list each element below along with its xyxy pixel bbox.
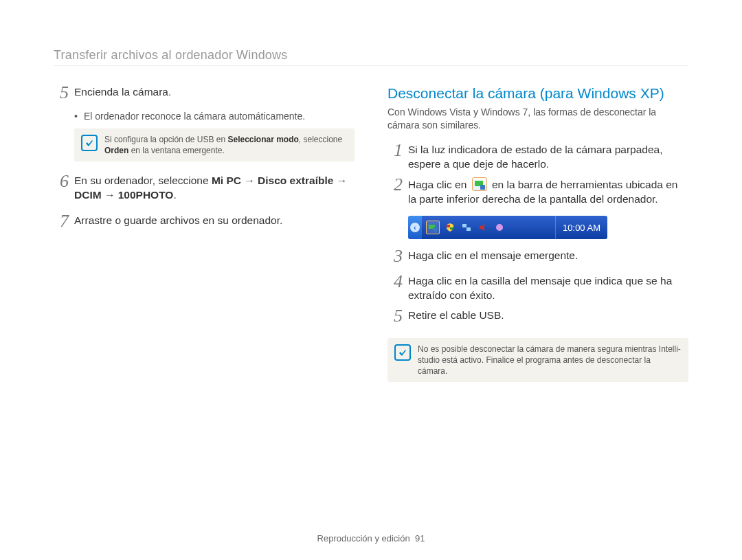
step-text: Haga clic en en la barra de herramientas… [408, 177, 688, 207]
footer-page-number: 91 [415, 533, 425, 544]
note-box-intellistudio: No es posible desconectar la cámara de m… [387, 338, 688, 383]
left-column: 5 Encienda la cámara. El ordenador recon… [54, 85, 355, 394]
generic-tray-icon[interactable] [493, 221, 506, 234]
note-text: No es posible desconectar la cámara de m… [418, 344, 682, 377]
svg-point-6 [496, 224, 503, 231]
step-number: 5 [387, 306, 403, 326]
step-text: Encienda la cámara. [74, 85, 171, 105]
step-number: 6 [54, 172, 69, 201]
svg-rect-5 [466, 227, 471, 231]
step-6: 6 En su ordenador, seleccione Mi PC → Di… [54, 174, 355, 203]
note-text-mid: , seleccione [299, 135, 342, 144]
svg-rect-2 [447, 225, 450, 227]
footer-section: Reproducción y edición [317, 533, 410, 544]
step-number: 7 [54, 212, 69, 232]
systray-expand-button[interactable]: ‹ [408, 216, 422, 239]
step-number: 1 [387, 141, 403, 170]
step-7: 7 Arrastre o guarde archivos en su orden… [54, 214, 355, 234]
step-number: 2 [387, 175, 403, 205]
section-title: Desconectar la cámara (para Windows XP) [387, 85, 688, 102]
right-step-5: 5 Retire el cable USB. [387, 309, 688, 328]
svg-rect-1 [433, 227, 437, 232]
volume-icon[interactable] [477, 221, 489, 234]
right-step-1: 1 Si la luz indicadora de estado de la c… [387, 143, 688, 172]
note-text-pre: Si configura la opción de USB en [104, 135, 227, 144]
note-text: Si configura la opción de USB en Selecci… [104, 134, 348, 156]
note-text-bold1: Seleccionar modo [227, 135, 298, 144]
page-header: Transferir archivos al ordenador Windows [54, 48, 688, 66]
step-6-pre: En su ordenador, seleccione [74, 175, 212, 186]
systray-clock: 10:00 AM [555, 216, 607, 239]
section-subtitle: Con Windows Vista y Windows 7, las forma… [387, 106, 688, 132]
note-text-post: en la ventana emergente. [128, 146, 224, 155]
windows-xp-systray: ‹ [408, 216, 607, 239]
right-column: Desconectar la cámara (para Windows XP) … [387, 85, 688, 394]
svg-rect-3 [450, 227, 453, 229]
step-text: Haga clic en la casilla del mensaje que … [408, 274, 688, 303]
page: Transferir archivos al ordenador Windows… [0, 0, 742, 560]
shield-icon[interactable] [444, 221, 456, 234]
content-columns: 5 Encienda la cámara. El ordenador recon… [54, 85, 688, 394]
step-6-post: . [173, 189, 176, 201]
note-text-bold2: Orden [104, 146, 128, 155]
page-footer: Reproducción y edición 91 [0, 533, 742, 544]
step-5: 5 Encienda la cámara. [54, 85, 355, 105]
step-text: En su ordenador, seleccione Mi PC → Disc… [74, 174, 355, 203]
step-text: Retire el cable USB. [408, 309, 504, 328]
systray-icons [422, 216, 555, 239]
note-icon [81, 135, 98, 151]
step-number: 4 [387, 272, 403, 301]
right-step-3: 3 Haga clic en el mensaje emergente. [387, 249, 688, 269]
right-step-2: 2 Haga clic en en la barra de herramient… [387, 177, 688, 207]
note-icon [394, 344, 411, 361]
step-number: 3 [387, 247, 403, 267]
right-step-4: 4 Haga clic en la casilla del mensaje qu… [387, 274, 688, 303]
safely-remove-hardware-tray-icon[interactable] [426, 221, 440, 234]
svg-rect-4 [462, 224, 466, 227]
step-5-bullet: El ordenador reconoce la cámara automáti… [74, 111, 355, 122]
step-number: 5 [54, 83, 69, 103]
chevron-left-icon: ‹ [410, 223, 420, 232]
note-box-usb: Si configura la opción de USB en Selecci… [74, 128, 355, 161]
spacer [54, 208, 355, 214]
step-text: Arrastre o guarde archivos en su ordenad… [74, 214, 282, 234]
right-step-2-pre: Haga clic en [408, 179, 470, 190]
safely-remove-hardware-icon[interactable] [472, 177, 487, 191]
step-text: Si la luz indicadora de estado de la cám… [408, 143, 688, 172]
network-icon[interactable] [460, 221, 473, 234]
step-text: Haga clic en el mensaje emergente. [408, 249, 578, 269]
